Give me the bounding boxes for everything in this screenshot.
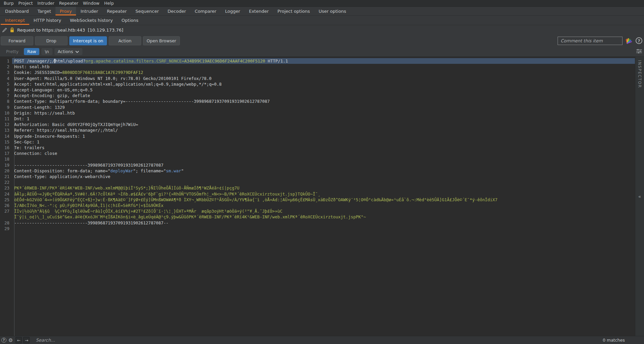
search-status-bar: ? ⚙ ← → 0 matches <box>0 336 644 344</box>
tab-dashboard[interactable]: Dashboard <box>1 7 33 15</box>
menu-burp[interactable]: Burp <box>1 1 16 6</box>
line-number: 16 <box>0 145 12 150</box>
tab-extender[interactable]: Extender <box>244 7 273 15</box>
actions-label: Actions <box>58 49 73 54</box>
code-line[interactable]: 20Content-Disposition: form-data; name="… <box>0 168 635 174</box>
code-line[interactable]: 21Content-Type: application/x-webarchive <box>0 174 635 179</box>
next-match-button[interactable]: → <box>23 337 30 343</box>
code-line[interactable]: 27ÏÌv|½òü½h"Á¾§û ¼Ç÷¥Fò¿ÍqlëÚwË¬râù]çÕÎX… <box>0 208 635 214</box>
tab-intruder[interactable]: Intruder <box>76 7 102 15</box>
line-number: 6 <box>0 87 12 93</box>
tab-repeater[interactable]: Repeater <box>103 7 131 15</box>
inspector-expand-icon[interactable]: « <box>638 194 641 199</box>
code-line[interactable]: 6Accept-Language: en-US,en;q=0.5 <box>0 87 635 93</box>
line-number: 2 <box>0 64 12 70</box>
tab-target[interactable]: Target <box>33 7 55 15</box>
code-line[interactable]: 23PKª´êRWEB-INF/PKª´êRï4K¹WEB-INF/web.xm… <box>0 185 635 191</box>
help-icon[interactable]: ? <box>636 37 644 44</box>
code-line[interactable]: 12Authorization: Basic dG9tY2F0OjQyTXJIQ… <box>0 122 635 127</box>
code-line[interactable]: 14Upgrade-Insecure-Requests: 1 <box>0 133 635 139</box>
code-line[interactable]: 15Sec-Gpc: 1 <box>0 139 635 145</box>
code-line[interactable]: 4User-Agent: Mozilla/5.0 (Windows NT 10.… <box>0 76 635 81</box>
code-line-text: Sec-Gpc: 1 <box>12 139 635 145</box>
editor-area: 1POST /manager/;/html/upload?org.apache.… <box>0 57 644 336</box>
code-line[interactable]: 10Origin: https://seal.htb <box>0 110 635 116</box>
newline-toggle-button[interactable]: \n <box>41 48 52 55</box>
code-line[interactable]: 25òÈÔd¬kG2VöO´4=>(ö9Ö&KFëÿ^ÉÇC+ß}÷}w:É·ß… <box>0 197 635 203</box>
tab-project-options[interactable]: Project options <box>273 7 314 15</box>
code-line[interactable]: 8Content-Type: multipart/form-data; boun… <box>0 98 635 104</box>
code-line[interactable]: 7Accept-Encoding: gzip, deflate <box>0 93 635 98</box>
subtab-websockets-history[interactable]: WebSockets history <box>66 16 117 25</box>
search-settings-gear-icon[interactable]: ⚙ <box>8 337 13 343</box>
intercept-is-on-button[interactable]: Intercept is on <box>69 36 107 45</box>
menu-intruder[interactable]: Intruder <box>35 1 56 6</box>
tab-proxy[interactable]: Proxy <box>55 7 76 15</box>
inspector-collapsed-panel[interactable]: INSPECTOR « <box>635 57 644 336</box>
code-line[interactable]: 13Referer: https://seal.htb/manager/;/ht… <box>0 127 635 133</box>
code-line[interactable]: 3Cookie: JSESSIONID=8B08DD3F768318ABC1A7… <box>0 70 635 75</box>
code-line[interactable]: 22 <box>0 179 635 185</box>
actions-menu-button[interactable]: Actions <box>54 48 83 55</box>
menu-help[interactable]: Help <box>102 1 116 6</box>
editor-settings-sliders-icon[interactable] <box>636 49 642 55</box>
action-button[interactable]: Action <box>109 36 141 45</box>
code-line[interactable]: 24âÃlµ;ÄEÜÕ¬«JýÐçºËQÄhÁaª,5V#ê!.6Ä!7cÔlK… <box>0 191 635 197</box>
line-number: 21 <box>0 174 12 179</box>
menu-repeater[interactable]: Repeater <box>57 1 81 6</box>
code-line[interactable]: 11Dnt: 1 <box>0 116 635 122</box>
raw-view-button[interactable]: Raw <box>24 48 39 55</box>
line-number: 12 <box>0 122 12 127</box>
line-number: 7 <box>0 93 12 98</box>
forward-button[interactable]: Forward <box>1 36 33 45</box>
request-editor[interactable]: 1POST /manager/;/html/upload?org.apache.… <box>0 57 635 336</box>
open-browser-button[interactable]: Open Browser <box>143 36 180 45</box>
status-help-icon[interactable]: ? <box>1 338 6 343</box>
code-line[interactable]: 9Content-Length: 1329 <box>0 104 635 110</box>
code-line[interactable]: Ï¨ÿ|i_o¢)\_]_uCuí$è^&ex.á©è{KxóJH¯Mº¢ÎßA… <box>0 214 635 220</box>
code-line[interactable]: 17Connection: close <box>0 150 635 156</box>
intercept-toolbar: ForwardDropIntercept is onActionOpen Bro… <box>0 35 644 47</box>
inspector-tab-label[interactable]: INSPECTOR <box>637 60 642 88</box>
code-line[interactable]: 2Host: seal.htb <box>0 64 635 70</box>
code-line[interactable]: 5Accept: text/html,application/xhtml+xml… <box>0 81 635 87</box>
code-line-text: Accept-Encoding: gzip, deflate <box>12 93 635 98</box>
tab-comparer[interactable]: Comparer <box>190 7 221 15</box>
tab-logger[interactable]: Logger <box>221 7 244 15</box>
tab-user-options[interactable]: User options <box>314 7 351 15</box>
proxy-sub-tab-bar: InterceptHTTP historyWebSockets historyO… <box>0 16 644 25</box>
pretty-view-button[interactable]: Pretty <box>3 48 22 55</box>
code-line-text: Authorization: Basic dG9tY2F0OjQyTXJIQmY… <box>12 122 635 127</box>
code-line[interactable]: 26Ï/AÐcÏ7óo_N<.-°:ç pÙ;FýÐIPÂl4p9ÜÁ,Ìì|c… <box>0 203 635 208</box>
highlight-rainbow-icon[interactable] <box>626 38 633 44</box>
code-line[interactable]: 28-----------------------------399896871… <box>0 220 635 226</box>
line-number: 10 <box>0 110 12 116</box>
drop-button[interactable]: Drop <box>35 36 68 45</box>
menu-project[interactable]: Project <box>16 1 35 6</box>
code-line[interactable]: 16Te: trailers <box>0 145 635 150</box>
line-number: 15 <box>0 139 12 145</box>
code-line-text: Upgrade-Insecure-Requests: 1 <box>12 133 635 139</box>
subtab-options[interactable]: Options <box>117 16 143 25</box>
comment-input[interactable] <box>558 37 622 45</box>
tab-sequencer[interactable]: Sequencer <box>131 7 163 15</box>
search-input[interactable] <box>35 337 603 343</box>
edit-pencil-icon <box>2 27 7 33</box>
match-count-label: 0 matches <box>603 338 625 343</box>
tab-decoder[interactable]: Decoder <box>163 7 190 15</box>
line-number: 26 <box>0 203 12 208</box>
previous-match-button[interactable]: ← <box>15 337 22 343</box>
code-line[interactable]: 29 <box>0 226 635 231</box>
code-line-text: ÏÌv|½òü½h"Á¾§û ¼Ç÷¥Fò¿ÍqlëÚwË¬râù]çÕÎX,è… <box>12 208 635 214</box>
menu-window[interactable]: Window <box>81 1 102 6</box>
code-line[interactable]: 1POST /manager/;/html/upload?org.apache.… <box>0 58 635 64</box>
code-line-text: Content-Type: application/x-webarchive <box>12 174 635 179</box>
code-line-text <box>12 156 635 162</box>
chevron-down-icon <box>75 49 79 54</box>
subtab-http-history[interactable]: HTTP history <box>29 16 66 25</box>
code-line-text <box>12 179 635 185</box>
line-number: 29 <box>0 226 12 231</box>
code-line[interactable]: 18 <box>0 156 635 162</box>
subtab-intercept[interactable]: Intercept <box>1 16 29 25</box>
code-line[interactable]: 19-----------------------------399896871… <box>0 162 635 168</box>
